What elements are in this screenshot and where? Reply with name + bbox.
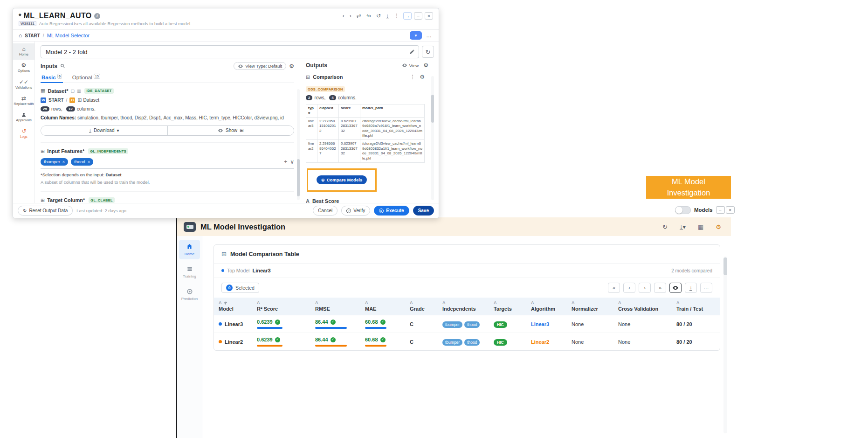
execute-button[interactable]: ▶ Execute — [374, 206, 409, 216]
col-targets[interactable]: ATargets — [489, 298, 526, 315]
sidebar-item-prediction[interactable]: Prediction — [179, 285, 200, 304]
rail-item-replace-with[interactable]: ⇄ Replace with — [13, 93, 34, 109]
ml-investigation-side-tab[interactable]: ML Model Investigation — [646, 176, 731, 199]
open-in-new-icon[interactable]: → — [403, 12, 412, 20]
pin-icon — [223, 299, 227, 307]
col-grade[interactable]: AGrade — [405, 298, 438, 315]
download-icon[interactable]: ↓ — [385, 12, 390, 20]
settings-gear-icon[interactable]: ⚙ — [714, 223, 723, 231]
breadcrumb-root[interactable]: START — [25, 33, 40, 38]
scrollbar-thumb[interactable] — [431, 95, 434, 123]
rail-item-options[interactable]: ⚙ Options — [13, 60, 34, 76]
remove-chip-icon[interactable]: × — [62, 160, 65, 164]
outputs-view-button[interactable]: View — [402, 63, 419, 68]
last-page-icon[interactable]: » — [654, 283, 666, 293]
path-dataset[interactable]: Dataset — [83, 97, 99, 103]
more-options-icon[interactable]: ⋯ — [700, 283, 712, 293]
swap-icon[interactable]: ⇄ — [355, 12, 363, 20]
download-table-icon[interactable]: ↓ — [685, 283, 697, 293]
col-normalizer[interactable]: ANormalizer — [567, 298, 613, 315]
algorithm-link[interactable]: Linear3 — [531, 321, 549, 327]
sidebar-item-training[interactable]: Training — [179, 262, 200, 282]
close-icon[interactable]: × — [425, 12, 433, 20]
comparison-gear-icon[interactable]: ⚙ — [420, 74, 425, 80]
tab-basic[interactable]: Basic 6 — [41, 73, 63, 83]
tab-optional[interactable]: Optional 15 — [71, 73, 101, 83]
overlay-close-icon[interactable]: × — [726, 206, 735, 214]
prev-page-icon[interactable]: ‹ — [623, 283, 635, 293]
minimize-icon[interactable]: − — [414, 12, 422, 20]
col-cross-validation[interactable]: ACross Validation — [613, 298, 672, 315]
table-row[interactable]: Linear3 0.6239✓ 86.44✓ 60.68✓ C tbumpert… — [214, 315, 720, 333]
scrollbar-thumb[interactable] — [723, 257, 727, 275]
search-icon[interactable] — [60, 63, 65, 69]
table-row[interactable]: linear3 2.277850151062012 0.623907283133… — [306, 117, 425, 140]
download-button[interactable]: ↓ Download ▾ — [41, 126, 167, 135]
first-page-icon[interactable]: « — [608, 283, 620, 293]
layout-grid-icon[interactable]: ▦ — [696, 223, 705, 231]
col-mae[interactable]: AMAE — [360, 298, 405, 315]
inputs-settings-gear-icon[interactable]: ⚙ — [289, 63, 294, 70]
cancel-button[interactable]: Cancel — [313, 206, 338, 216]
reset-output-button[interactable]: ↻ Reset Output Data — [18, 206, 73, 216]
feature-chip[interactable]: tbumper × — [41, 158, 68, 166]
path-start[interactable]: START — [48, 97, 64, 103]
remove-chip-icon[interactable]: × — [88, 160, 90, 164]
kebab-menu-icon[interactable]: ⋮ — [393, 12, 401, 20]
col-r2-score[interactable]: AR² Score — [252, 298, 310, 315]
window-ml-model-investigation: ML Model Investigation ↻ ↓▾ ▦ ⚙ Home — [176, 217, 731, 438]
save-button[interactable]: Save — [413, 206, 434, 216]
filter-avatar-button[interactable]: ▼ — [410, 31, 422, 40]
compare-models-button[interactable]: ⊕ Compare Models — [317, 175, 367, 184]
view-type-button[interactable]: View Type: Default — [234, 62, 286, 70]
col-train-test[interactable]: ATrain / Test — [672, 298, 716, 315]
tab-label: Optional — [72, 75, 92, 80]
table-row[interactable]: linear2 2.298666954040527 0.623907283133… — [306, 140, 425, 163]
next-page-icon[interactable]: › — [639, 283, 651, 293]
download-icon: ↓ — [89, 128, 91, 133]
models-toggle-switch[interactable] — [675, 206, 691, 214]
feature-chip[interactable]: thood × — [71, 158, 93, 166]
info-icon[interactable]: i — [94, 13, 100, 19]
selected-counter[interactable]: 0 Selected — [221, 283, 259, 293]
breadcrumb-current-link[interactable]: ML Model Selector — [47, 33, 90, 38]
rail-item-validations[interactable]: ✓✓ Validations — [13, 76, 34, 93]
outputs-scrollbar[interactable] — [431, 76, 434, 200]
algorithm-link[interactable]: Linear2 — [531, 339, 549, 345]
table-row[interactable]: Linear2 0.6239✓ 86.44✓ 60.68✓ C tbumpert… — [214, 333, 720, 351]
outputs-settings-gear-icon[interactable]: ⚙ — [423, 62, 428, 69]
sidebar-item-home[interactable]: Home — [179, 240, 200, 259]
nav-back-icon[interactable]: ‹ — [341, 12, 346, 20]
refresh-icon[interactable]: ↻ — [661, 223, 669, 231]
dropdown-caret-icon[interactable]: ∨ — [290, 159, 294, 165]
chart-icon[interactable]: ▥ — [77, 89, 81, 93]
edit-icon[interactable] — [409, 49, 415, 55]
model-name-input[interactable]: Model 2 - 2 fold — [41, 45, 419, 58]
features-select-input[interactable]: tbumper × thood × + ∨ — [41, 158, 294, 169]
col-clipped[interactable]: ADe — [716, 298, 720, 315]
col-algorithm[interactable]: AAlgorithm — [526, 298, 567, 315]
nav-forward-icon[interactable]: › — [348, 12, 353, 20]
download-menu-icon[interactable]: ↓▾ — [678, 222, 687, 231]
outputs-panel: Outputs View ⚙ ⊞ — [300, 62, 434, 203]
add-feature-icon[interactable]: + — [284, 159, 287, 165]
col-rmse[interactable]: ARMSE — [310, 298, 360, 315]
refresh-icon[interactable]: ↻ — [422, 46, 434, 58]
history-undo-icon[interactable]: ↺ — [375, 12, 382, 20]
window2-scrollbar[interactable] — [723, 257, 727, 433]
verify-button[interactable]: ✓ Verify — [341, 206, 370, 216]
col-independents[interactable]: AIndependents — [438, 298, 489, 315]
rail-item-home[interactable]: ⌂ Home — [13, 43, 34, 60]
rail-item-logs[interactable]: ↺ Logs — [13, 125, 34, 142]
rail-item-approvals[interactable]: Approvals — [13, 109, 34, 125]
comparison-kebab-icon[interactable]: ⋮ — [408, 73, 417, 81]
table-icon: ▦ — [41, 88, 45, 94]
col-model[interactable]: A Model — [214, 298, 252, 315]
shuffle-icon[interactable]: ↬ — [365, 12, 372, 20]
view-columns-eye-icon[interactable] — [669, 283, 682, 293]
overlay-minimize-icon[interactable]: − — [716, 206, 725, 214]
breadcrumb-more-icon[interactable]: … — [425, 32, 433, 39]
expand-icon[interactable]: ▢ — [70, 89, 75, 93]
show-table-button[interactable]: Show ⊞ — [167, 126, 294, 135]
home-icon[interactable]: ⌂ — [19, 32, 22, 39]
